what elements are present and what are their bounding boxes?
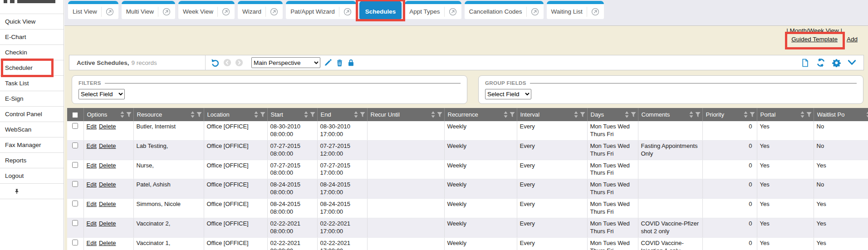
tab-cancellation-codes[interactable]: Cancellation Codes [465,1,544,19]
row-checkbox[interactable] [72,162,78,168]
lock-icon[interactable] [347,59,355,67]
delete-link[interactable]: Delete [99,240,116,246]
select-all-header[interactable] [67,108,83,121]
filter-icon[interactable] [631,112,636,118]
edit-link[interactable]: Edit [87,181,97,188]
row-checkbox[interactable] [72,220,78,226]
edit-link[interactable]: Edit [87,220,97,227]
sidebar-item-e-sign[interactable]: E-Sign [0,91,64,107]
sidebar-pin-button[interactable] [0,184,64,199]
new-document-icon[interactable] [801,59,809,67]
row-checkbox[interactable] [72,201,78,206]
column-header-start[interactable]: Start [267,108,317,121]
sidebar-item-task-list[interactable]: Task List [0,76,64,91]
sort-icon[interactable] [689,111,693,118]
sort-icon[interactable] [504,111,508,118]
delete-link[interactable]: Delete [99,123,116,130]
column-header-days[interactable]: Days [587,108,638,121]
refresh-icon[interactable] [816,58,825,67]
tab-waiting-list[interactable]: Waiting List [547,1,604,19]
sidebar-item-fax-manager[interactable]: Fax Manager [0,137,64,153]
row-checkbox[interactable] [72,181,78,187]
prev-icon[interactable] [223,59,231,67]
sort-icon[interactable] [304,111,308,118]
column-header-recur-until[interactable]: Recur Until [367,108,444,121]
sidebar-item-webscan[interactable]: WebScan [0,122,64,137]
filter-icon[interactable] [695,112,701,118]
external-link-icon[interactable] [531,8,539,16]
filter-icon[interactable] [126,112,132,118]
row-checkbox[interactable] [72,240,78,245]
external-link-icon[interactable] [591,8,599,16]
next-icon[interactable] [235,59,243,67]
sort-icon[interactable] [120,111,124,118]
sort-icon[interactable] [625,111,629,118]
group-fields-select[interactable]: Select Field [485,89,531,99]
edit-link[interactable]: Edit [87,201,97,207]
sort-icon[interactable] [354,111,358,118]
delete-link[interactable]: Delete [99,220,116,227]
guided-template-link[interactable]: Guided Template [791,36,838,43]
delete-link[interactable]: Delete [99,181,116,188]
filter-icon[interactable] [360,112,365,118]
external-link-icon[interactable] [449,8,457,16]
delete-link[interactable]: Delete [99,142,116,149]
column-header-end[interactable]: End [317,108,367,121]
external-link-icon[interactable] [106,8,114,16]
edit-link[interactable]: Edit [87,123,97,130]
tab-wizard[interactable]: Wizard [238,1,283,19]
select-all-checkbox[interactable] [72,112,78,118]
delete-link[interactable]: Delete [99,162,116,169]
chevron-down-icon[interactable] [848,59,856,66]
tab-pat-appt-wizard[interactable]: Pat/Appt Wizard [286,1,356,19]
filter-icon[interactable] [750,112,755,118]
column-header-recurrence[interactable]: Recurrence [444,108,517,121]
sort-icon[interactable] [866,111,868,118]
filters-field-select[interactable]: Select Field [78,89,125,99]
external-link-icon[interactable] [270,8,278,16]
column-header-portal[interactable]: Portal [757,108,814,121]
gear-icon[interactable] [832,59,841,67]
row-checkbox[interactable] [72,123,78,129]
edit-link[interactable]: Edit [87,162,97,169]
perspective-select[interactable]: Main Perspective [251,57,320,68]
filter-icon[interactable] [510,112,515,118]
sort-icon[interactable] [254,111,258,118]
filter-icon[interactable] [437,112,442,118]
tab-multi-view[interactable]: Multi View [122,1,175,19]
row-checkbox[interactable] [72,142,78,148]
tab-week-view[interactable]: Week View [178,1,235,19]
trash-icon[interactable] [336,59,343,67]
edit-link[interactable]: Edit [87,240,97,246]
filter-icon[interactable] [310,112,315,118]
column-header-resource[interactable]: Resource [133,108,204,121]
sort-icon[interactable] [574,111,578,118]
tab-list-view[interactable]: List View [68,1,118,19]
sort-icon[interactable] [744,111,748,118]
sidebar-item-control-panel[interactable]: Control Panel [0,107,64,122]
edit-link[interactable]: Edit [87,142,97,149]
sort-icon[interactable] [800,111,804,118]
filter-icon[interactable] [806,112,812,118]
month-week-view-link[interactable]: Month/Week View [790,27,839,34]
column-header-interval[interactable]: Interval [517,108,587,121]
external-link-icon[interactable] [162,8,171,16]
sidebar-item-checkin[interactable]: Checkin [0,45,64,60]
sidebar-item-e-chart[interactable]: E-Chart [0,29,64,45]
filter-icon[interactable] [260,112,265,118]
filter-icon[interactable] [580,112,585,118]
sidebar-item-quick-view[interactable]: Quick View [0,14,64,29]
add-link[interactable]: Add [847,36,858,43]
column-header-location[interactable]: Location [204,108,267,121]
sort-icon[interactable] [431,111,435,118]
external-link-icon[interactable] [222,8,230,16]
column-header-waitlist[interactable]: Waitlist Po [814,108,868,121]
filter-icon[interactable] [196,112,202,118]
tab-appt-types[interactable]: Appt Types [405,1,461,19]
sort-icon[interactable] [191,111,195,118]
sidebar-item-logout[interactable]: Logout [0,168,64,184]
sidebar-item-scheduler[interactable]: Scheduler [0,60,64,76]
sidebar-item-reports[interactable]: Reports [0,153,64,168]
column-header-comments[interactable]: Comments [638,108,702,121]
delete-link[interactable]: Delete [99,201,116,207]
